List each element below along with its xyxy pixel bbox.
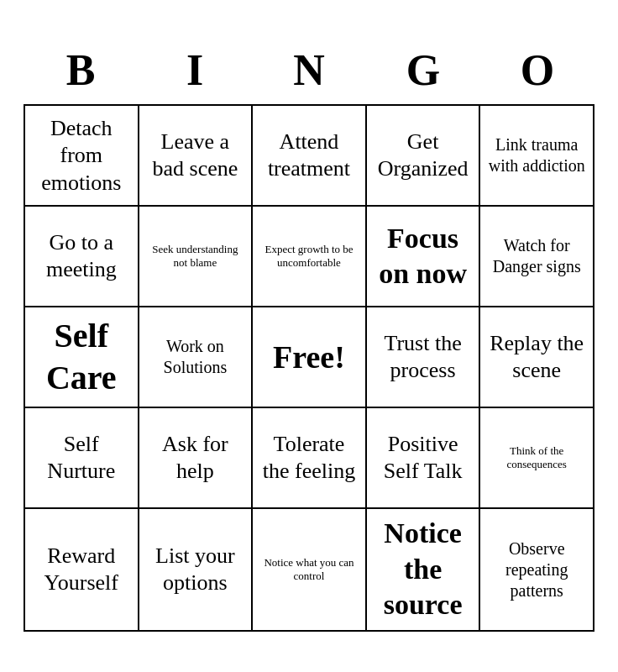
bingo-card: BINGO Detach from emotionsLeave a bad sc… — [15, 32, 603, 640]
bingo-letter-B: B — [30, 40, 131, 101]
bingo-cell-3-1[interactable]: Ask for help — [139, 408, 254, 509]
bingo-cell-text-4-1: List your options — [146, 543, 245, 597]
bingo-cell-2-0[interactable]: Self Care — [25, 307, 139, 408]
bingo-cell-0-4[interactable]: Link trauma with addiction — [480, 106, 594, 207]
bingo-cell-text-0-2: Attend treatment — [259, 129, 359, 183]
bingo-cell-text-1-3: Focus on now — [374, 221, 473, 292]
bingo-cell-1-1[interactable]: Seek understanding not blame — [139, 207, 254, 307]
bingo-cell-text-2-2: Free! — [273, 338, 345, 378]
bingo-letter-O: O — [487, 40, 588, 101]
bingo-cell-text-0-0: Detach from emotions — [32, 115, 131, 197]
bingo-cell-4-0[interactable]: Reward Yourself — [25, 509, 139, 632]
bingo-cell-text-1-0: Go to a meeting — [32, 229, 131, 284]
bingo-cell-2-1[interactable]: Work on Solutions — [139, 307, 254, 408]
bingo-cell-text-2-1: Work on Solutions — [146, 336, 245, 378]
bingo-cell-text-3-0: Self Nurture — [32, 431, 131, 486]
bingo-cell-4-3[interactable]: Notice the source — [367, 509, 481, 632]
bingo-cell-text-0-1: Leave a bad scene — [146, 129, 245, 183]
bingo-cell-3-4[interactable]: Think of the consequences — [480, 408, 594, 509]
bingo-cell-0-3[interactable]: Get Organized — [367, 106, 481, 207]
bingo-cell-text-4-3: Notice the source — [374, 516, 473, 623]
bingo-grid: Detach from emotionsLeave a bad sceneAtt… — [24, 104, 594, 632]
bingo-cell-0-2[interactable]: Attend treatment — [253, 106, 367, 207]
bingo-cell-text-2-4: Replay the scene — [487, 330, 586, 385]
bingo-cell-4-4[interactable]: Observe repeating patterns — [480, 509, 594, 632]
bingo-cell-4-2[interactable]: Notice what you can control — [253, 509, 367, 632]
bingo-cell-text-4-2: Notice what you can control — [259, 556, 359, 584]
bingo-cell-3-2[interactable]: Tolerate the feeling — [253, 408, 367, 509]
bingo-header: BINGO — [24, 40, 594, 101]
bingo-letter-N: N — [259, 40, 359, 101]
bingo-cell-text-2-3: Trust the process — [374, 330, 473, 385]
bingo-letter-G: G — [373, 40, 474, 101]
bingo-cell-text-1-2: Expect growth to be uncomfortable — [259, 243, 359, 270]
bingo-cell-3-3[interactable]: Positive Self Talk — [367, 408, 481, 509]
bingo-cell-text-3-1: Ask for help — [146, 431, 245, 486]
bingo-cell-2-3[interactable]: Trust the process — [367, 307, 481, 408]
bingo-cell-text-0-3: Get Organized — [374, 129, 473, 183]
bingo-cell-text-3-3: Positive Self Talk — [374, 431, 473, 486]
bingo-cell-1-0[interactable]: Go to a meeting — [25, 207, 139, 307]
bingo-cell-1-2[interactable]: Expect growth to be uncomfortable — [253, 207, 367, 307]
bingo-cell-text-3-4: Think of the consequences — [487, 444, 586, 472]
bingo-cell-0-1[interactable]: Leave a bad scene — [139, 106, 254, 207]
bingo-cell-4-1[interactable]: List your options — [139, 509, 254, 632]
bingo-cell-3-0[interactable]: Self Nurture — [25, 408, 139, 509]
bingo-cell-2-4[interactable]: Replay the scene — [480, 307, 594, 408]
bingo-cell-2-2[interactable]: Free! — [253, 307, 367, 408]
bingo-cell-1-3[interactable]: Focus on now — [367, 207, 481, 307]
bingo-cell-text-1-1: Seek understanding not blame — [146, 243, 245, 270]
bingo-cell-text-3-2: Tolerate the feeling — [259, 431, 359, 486]
bingo-cell-1-4[interactable]: Watch for Danger signs — [480, 207, 594, 307]
bingo-cell-0-0[interactable]: Detach from emotions — [25, 106, 139, 207]
bingo-cell-text-4-4: Observe repeating patterns — [487, 538, 586, 601]
bingo-cell-text-4-0: Reward Yourself — [32, 543, 131, 597]
bingo-cell-text-1-4: Watch for Danger signs — [487, 235, 586, 277]
bingo-letter-I: I — [144, 40, 245, 101]
bingo-cell-text-0-4: Link trauma with addiction — [487, 134, 586, 176]
bingo-cell-text-2-0: Self Care — [32, 315, 131, 399]
